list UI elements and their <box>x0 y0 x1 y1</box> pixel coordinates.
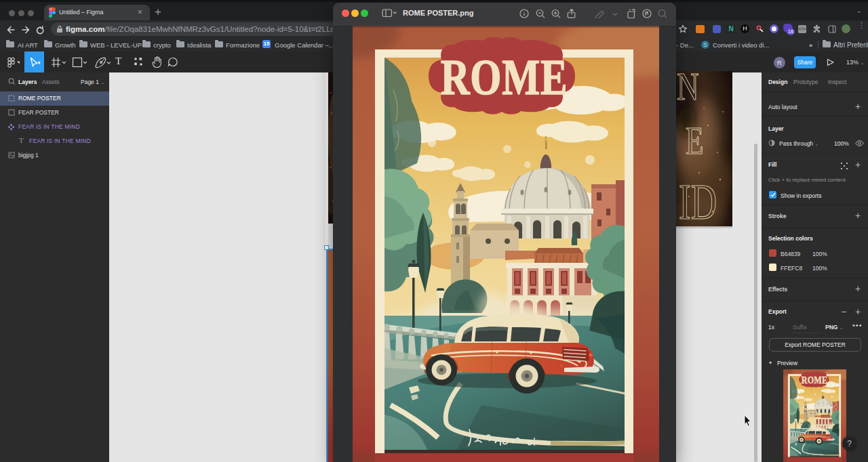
svg-text:E: E <box>686 120 704 162</box>
svg-text:ID: ID <box>679 175 717 226</box>
svg-text:N: N <box>677 71 699 108</box>
